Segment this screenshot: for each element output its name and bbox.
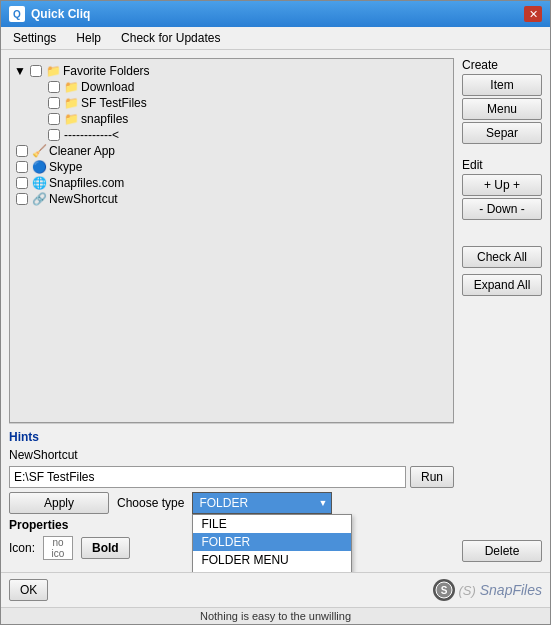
tree-checkbox[interactable] bbox=[30, 65, 42, 77]
menu-check-updates[interactable]: Check for Updates bbox=[113, 29, 228, 47]
right-panel: Create Item Menu Separ Edit + Up + - Dow… bbox=[462, 58, 542, 564]
check-all-button[interactable]: Check All bbox=[462, 246, 542, 268]
edit-section: Edit + Up + - Down - bbox=[462, 158, 542, 222]
list-item[interactable]: 🔵 Skype bbox=[14, 159, 449, 175]
choose-type-label: Choose type bbox=[117, 496, 184, 510]
expand-all-button[interactable]: Expand All bbox=[462, 274, 542, 296]
snapfiles-brand: SnapFiles bbox=[480, 582, 542, 598]
type-dropdown: FILE FOLDER FOLDER MENU SPECIAL FOLDER E… bbox=[192, 514, 352, 572]
folder-icon: 📁 bbox=[64, 112, 79, 126]
type-select-wrapper: FOLDER FILE FOLDER FOLDER MENU SPECIAL F… bbox=[192, 492, 332, 514]
properties-label: Properties bbox=[9, 518, 68, 532]
type-option-folder[interactable]: FOLDER bbox=[193, 533, 351, 551]
tree-checkbox[interactable] bbox=[48, 97, 60, 109]
list-item[interactable]: 🔗 NewShortcut bbox=[14, 191, 449, 207]
window-title: Quick Cliq bbox=[31, 7, 90, 21]
tree-item-label: Skype bbox=[49, 160, 82, 174]
path-input[interactable] bbox=[9, 466, 406, 488]
app-icon: Q bbox=[9, 6, 25, 22]
icon-text: no ico bbox=[52, 537, 65, 559]
create-menu-button[interactable]: Menu bbox=[462, 98, 542, 120]
tree-checkbox[interactable] bbox=[16, 193, 28, 205]
tree-item-label: SF TestFiles bbox=[81, 96, 147, 110]
tree-item-label: Download bbox=[81, 80, 134, 94]
snapfiles-icon: 🌐 bbox=[32, 176, 47, 190]
create-section: Create Item Menu Separ bbox=[462, 58, 542, 146]
hint-path-row: Run bbox=[9, 466, 454, 488]
down-button[interactable]: - Down - bbox=[462, 198, 542, 220]
create-label: Create bbox=[462, 58, 542, 72]
title-bar: Q Quick Cliq ✕ bbox=[1, 1, 550, 27]
tree-item-label: snapfiles bbox=[81, 112, 128, 126]
left-panel: ▼ 📁 Favorite Folders 📁 Download 📁 SF Tes… bbox=[9, 58, 454, 564]
create-item-button[interactable]: Item bbox=[462, 74, 542, 96]
tree-checkbox[interactable] bbox=[16, 161, 28, 173]
edit-label: Edit bbox=[462, 158, 542, 172]
hints-panel: Hints NewShortcut Run Apply Choose type … bbox=[9, 423, 454, 564]
tree-item-label: Cleaner App bbox=[49, 144, 115, 158]
hint-name-row: NewShortcut bbox=[9, 448, 454, 462]
snap-svg: S bbox=[435, 581, 453, 599]
type-option-file[interactable]: FILE bbox=[193, 515, 351, 533]
menu-settings[interactable]: Settings bbox=[5, 29, 64, 47]
up-button[interactable]: + Up + bbox=[462, 174, 542, 196]
folder-icon: 📁 bbox=[64, 96, 79, 110]
status-bar: Nothing is easy to the unwilling bbox=[1, 607, 550, 624]
list-item[interactable]: 📁 Download bbox=[14, 79, 449, 95]
list-item[interactable]: 📁 snapfiles bbox=[14, 111, 449, 127]
delete-button[interactable]: Delete bbox=[462, 540, 542, 562]
title-bar-left: Q Quick Cliq bbox=[9, 6, 90, 22]
svg-text:S: S bbox=[440, 585, 447, 596]
run-button[interactable]: Run bbox=[410, 466, 454, 488]
tree-checkbox[interactable] bbox=[16, 177, 28, 189]
tree-checkbox[interactable] bbox=[48, 81, 60, 93]
tree-item-label: Snapfiles.com bbox=[49, 176, 124, 190]
shortcut-icon: 🔗 bbox=[32, 192, 47, 206]
ok-button[interactable]: OK bbox=[9, 579, 48, 601]
bottom-bar: OK S (S) SnapFiles bbox=[1, 572, 550, 607]
folder-icon: 📁 bbox=[64, 80, 79, 94]
list-item[interactable]: 🌐 Snapfiles.com bbox=[14, 175, 449, 191]
snapfiles-icon: S bbox=[433, 579, 455, 601]
list-item[interactable]: ▼ 📁 Favorite Folders bbox=[14, 63, 449, 79]
expand-icon: ▼ bbox=[14, 64, 26, 78]
app-icon: 🧹 bbox=[32, 144, 47, 158]
list-item[interactable]: 🧹 Cleaner App bbox=[14, 143, 449, 159]
create-separ-button[interactable]: Separ bbox=[462, 122, 542, 144]
folder-icon: 📁 bbox=[46, 64, 61, 78]
skype-icon: 🔵 bbox=[32, 160, 47, 174]
separator-label: ------------< bbox=[64, 128, 119, 142]
status-text: Nothing is easy to the unwilling bbox=[200, 610, 351, 622]
tree-item-label: Favorite Folders bbox=[63, 64, 150, 78]
type-option-special-folder[interactable]: SPECIAL FOLDER bbox=[193, 569, 351, 572]
menu-bar: Settings Help Check for Updates bbox=[1, 27, 550, 50]
tree-container[interactable]: ▼ 📁 Favorite Folders 📁 Download 📁 SF Tes… bbox=[9, 58, 454, 423]
menu-help[interactable]: Help bbox=[68, 29, 109, 47]
hints-label: Hints bbox=[9, 430, 454, 444]
tree-checkbox[interactable] bbox=[48, 113, 60, 125]
list-item: ------------< bbox=[14, 127, 449, 143]
tree-checkbox[interactable] bbox=[48, 129, 60, 141]
snapfiles-logo: S (S) SnapFiles bbox=[433, 579, 543, 601]
icon-label: Icon: bbox=[9, 541, 35, 555]
type-select-display[interactable]: FOLDER bbox=[192, 492, 332, 514]
bold-button[interactable]: Bold bbox=[81, 537, 130, 559]
icon-box: no ico bbox=[43, 536, 73, 560]
apply-row: Apply Choose type FOLDER FILE FOLDER FOL… bbox=[9, 492, 454, 514]
close-button[interactable]: ✕ bbox=[524, 6, 542, 22]
hint-name: NewShortcut bbox=[9, 448, 78, 462]
tree-item-label: NewShortcut bbox=[49, 192, 118, 206]
list-item[interactable]: 📁 SF TestFiles bbox=[14, 95, 449, 111]
tree-checkbox[interactable] bbox=[16, 145, 28, 157]
type-option-folder-menu[interactable]: FOLDER MENU bbox=[193, 551, 351, 569]
apply-button[interactable]: Apply bbox=[9, 492, 109, 514]
main-window: Q Quick Cliq ✕ Settings Help Check for U… bbox=[0, 0, 551, 625]
content-area: ▼ 📁 Favorite Folders 📁 Download 📁 SF Tes… bbox=[1, 50, 550, 572]
snapfiles-text: (S) SnapFiles bbox=[459, 582, 543, 598]
